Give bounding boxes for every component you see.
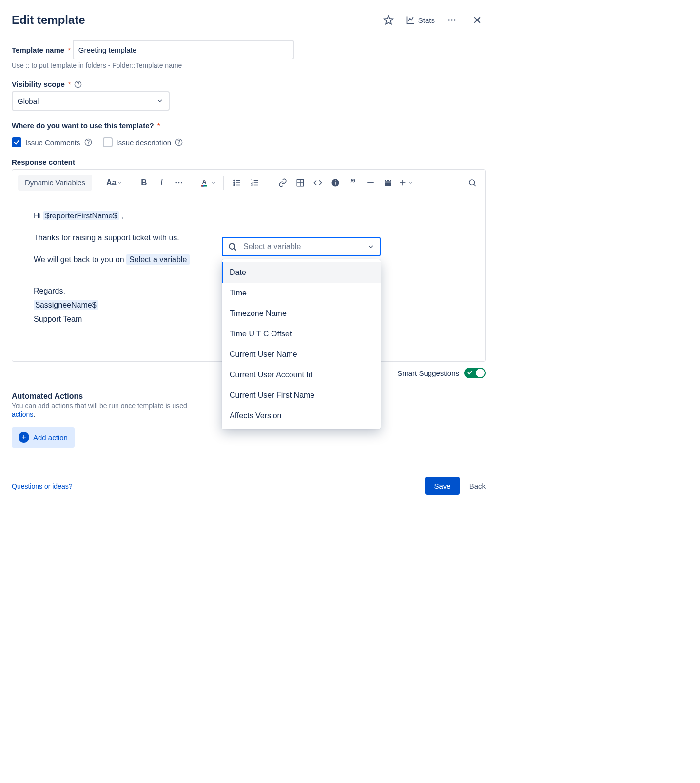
svg-rect-18 [202, 185, 203, 187]
code-button[interactable] [311, 176, 325, 190]
plus-icon: + [19, 432, 29, 443]
questions-link[interactable]: Questions or ideas? [12, 482, 73, 490]
template-name-input[interactable] [73, 40, 294, 59]
chevron-down-icon [367, 243, 375, 251]
content-text: We will get back to you on [34, 255, 126, 264]
bullet-list-button[interactable] [231, 176, 244, 190]
svg-line-45 [474, 184, 476, 186]
editor-toolbar: Dynamic Variables Aa B I A [12, 170, 485, 196]
close-icon[interactable] [469, 12, 486, 28]
smart-suggestions-toggle[interactable] [464, 368, 486, 378]
svg-point-44 [469, 180, 475, 185]
more-icon[interactable] [444, 12, 460, 28]
svg-point-14 [181, 182, 182, 183]
svg-marker-0 [384, 16, 393, 24]
variable-option-current-user-first-name[interactable]: Current User First Name [222, 385, 381, 406]
svg-rect-40 [389, 179, 390, 181]
smart-suggestions-label: Smart Suggestions [397, 369, 459, 377]
svg-point-36 [335, 180, 336, 181]
variable-option-time-utc-offset[interactable]: Time U T C Offset [222, 324, 381, 344]
svg-point-9 [88, 144, 88, 144]
svg-rect-35 [335, 182, 336, 184]
help-icon[interactable] [74, 80, 82, 88]
svg-point-7 [78, 86, 78, 86]
svg-point-46 [229, 243, 235, 249]
content-text: , [119, 212, 123, 220]
link-button[interactable] [276, 176, 290, 190]
svg-point-21 [234, 182, 235, 183]
variable-search-input[interactable] [242, 242, 362, 252]
quote-button[interactable]: ” [346, 176, 360, 190]
variable-option-time[interactable]: Time [222, 283, 381, 303]
variable-menu: Date Time Timezone Name Time U T C Offse… [222, 259, 381, 429]
svg-point-12 [176, 182, 177, 183]
svg-rect-41 [385, 181, 392, 182]
text-style-button[interactable]: Aa [106, 176, 123, 190]
insert-button[interactable] [399, 176, 413, 190]
divider-button[interactable] [364, 176, 377, 190]
variable-option-timezone-name[interactable]: Timezone Name [222, 303, 381, 324]
bold-button[interactable]: B [137, 176, 151, 190]
date-button[interactable] [381, 176, 395, 190]
variable-option-affects-version[interactable]: Affects Version [222, 406, 381, 426]
svg-point-2 [451, 19, 452, 20]
check-icon [467, 370, 473, 375]
chevron-down-icon [156, 97, 164, 105]
template-name-label: Template name* [12, 46, 71, 54]
variable-option-date[interactable]: Date [222, 262, 381, 283]
visibility-scope-label: Visibility scope* [12, 80, 82, 88]
stats-label: Stats [418, 16, 435, 24]
usage-label: Where do you want to use this template?* [12, 121, 160, 130]
template-name-hint: Use :: to put template in folders - Fold… [12, 61, 486, 69]
checkbox-checked-icon [12, 137, 21, 147]
visibility-scope-value: Global [18, 97, 39, 105]
save-button[interactable]: Save [425, 477, 459, 495]
variable-select-chip[interactable]: Select a variable [126, 254, 190, 265]
dynamic-variables-button[interactable]: Dynamic Variables [18, 175, 92, 191]
response-content-label: Response content [12, 158, 75, 166]
text-color-button[interactable]: A [200, 176, 216, 190]
variable-dropdown: Date Time Timezone Name Time U T C Offse… [222, 237, 381, 429]
numbered-list-button[interactable]: 123 [248, 176, 262, 190]
svg-point-23 [234, 184, 235, 185]
star-icon[interactable] [380, 12, 397, 28]
svg-rect-39 [386, 179, 387, 181]
more-format-button[interactable] [172, 176, 186, 190]
add-action-button[interactable]: + Add action [12, 427, 75, 448]
svg-text:3: 3 [251, 183, 253, 186]
svg-point-11 [179, 144, 179, 144]
issue-comments-checkbox[interactable]: Issue Comments [12, 137, 92, 147]
variable-chip-assignee[interactable]: $assigneeName$ [34, 300, 98, 310]
svg-point-3 [454, 19, 455, 20]
actions-link[interactable]: actions [12, 411, 33, 418]
content-text: Hi [34, 212, 43, 220]
svg-point-19 [234, 180, 235, 181]
issue-description-label: Issue description [117, 138, 172, 147]
add-action-label: Add action [33, 433, 68, 442]
content-text: . [33, 411, 35, 418]
search-icon [228, 242, 237, 252]
svg-line-47 [234, 249, 236, 251]
table-button[interactable] [293, 176, 307, 190]
response-editor: Dynamic Variables Aa B I A [12, 169, 486, 362]
svg-text:A: A [202, 178, 207, 186]
variable-chip-reporter[interactable]: $reporterFirstName$ [43, 211, 119, 220]
svg-rect-38 [385, 180, 392, 186]
svg-point-13 [178, 182, 180, 183]
visibility-scope-select[interactable]: Global [12, 91, 170, 111]
page-title: Edit template [12, 13, 85, 27]
checkbox-unchecked-icon [103, 137, 113, 147]
search-button[interactable] [466, 176, 479, 190]
help-icon[interactable] [175, 138, 183, 146]
italic-button[interactable]: I [155, 176, 168, 190]
issue-comments-label: Issue Comments [25, 138, 80, 147]
help-icon[interactable] [84, 138, 92, 146]
svg-point-1 [448, 19, 450, 20]
variable-search-row[interactable] [222, 237, 381, 256]
back-button[interactable]: Back [469, 482, 486, 490]
issue-description-checkbox[interactable]: Issue description [103, 137, 183, 147]
variable-option-current-user-name[interactable]: Current User Name [222, 344, 381, 365]
info-button[interactable] [329, 176, 342, 190]
stats-button[interactable]: Stats [406, 15, 435, 25]
variable-option-current-user-account-id[interactable]: Current User Account Id [222, 365, 381, 385]
